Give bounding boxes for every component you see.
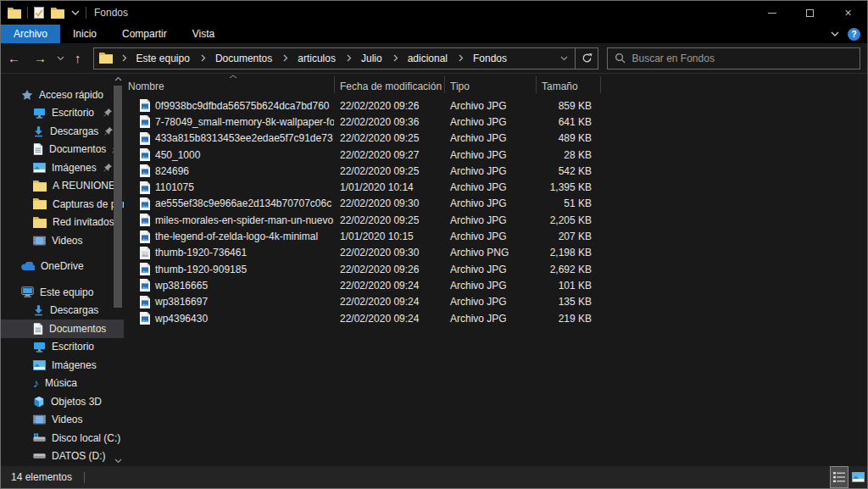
breadcrumb-chevron-icon[interactable] <box>121 54 128 62</box>
tab-archivo[interactable]: Archivo <box>1 25 60 43</box>
file-row[interactable]: the-legend-of-zelda-logo-4k-minimal1/01/… <box>124 228 867 244</box>
sidebar-item-videos[interactable]: Videos <box>1 411 124 430</box>
thumbnails-view-button[interactable] <box>849 466 867 488</box>
sidebar-item-disco-local-c-[interactable]: Disco local (C:) <box>1 429 124 447</box>
file-row[interactable]: wp439643022/02/2020 09:24Archivo JPG219 … <box>124 310 867 326</box>
scrollbar-up-arrow[interactable] <box>113 74 123 84</box>
sidebar-item-acceso-rápido[interactable]: Acceso rápido <box>1 86 124 104</box>
ribbon-expand-chevron-icon[interactable] <box>831 31 839 36</box>
sidebar-item-onedrive[interactable]: OneDrive <box>1 258 124 276</box>
file-row[interactable]: wp381669722/02/2020 09:24Archivo JPG135 … <box>124 294 867 310</box>
sidebar-item-descargas[interactable]: Descargas <box>1 122 124 141</box>
minimize-button[interactable] <box>753 1 791 25</box>
column-header-fecha[interactable]: Fecha de modificación <box>340 74 442 96</box>
file-row[interactable]: 11010751/01/2020 10:14Archivo JPG1,395 K… <box>124 179 867 195</box>
previous-locations-button[interactable] <box>553 48 575 69</box>
sidebar-item-imágenes[interactable]: Imágenes <box>1 158 124 177</box>
sidebar-item-objetos-3d[interactable]: Objetos 3D <box>1 392 124 411</box>
breadcrumb-chevron-icon[interactable] <box>346 54 353 62</box>
file-name: 824696 <box>155 165 189 177</box>
file-row[interactable]: 433a815b8313453ee2edae5f7c91de7322/02/20… <box>124 131 867 147</box>
tab-vista[interactable]: Vista <box>180 25 227 43</box>
sidebar-item-videos[interactable]: Videos <box>1 231 124 250</box>
breadcrumb-chevron-icon[interactable] <box>200 54 207 62</box>
details-view-button[interactable] <box>830 466 849 488</box>
address-bar[interactable]: Este equipoDocumentosarticulosJulioadici… <box>93 47 598 69</box>
navigation-pane: Acceso rápidoEscritorioDescargasDocument… <box>1 74 124 466</box>
sidebar-item-descargas[interactable]: Descargas <box>1 302 124 320</box>
star-icon <box>21 89 33 101</box>
sidebar-item-a-reuniones[interactable]: A REUNIONES <box>1 177 124 196</box>
column-divider[interactable] <box>600 76 601 93</box>
file-row[interactable]: thumb-1920-90918522/02/2020 09:26Archivo… <box>124 261 867 277</box>
file-size: 28 KB <box>536 149 600 161</box>
tab-compartir[interactable]: Compartir <box>109 25 180 43</box>
column-divider[interactable] <box>334 76 335 93</box>
search-box[interactable] <box>607 47 861 69</box>
close-button[interactable]: × <box>829 1 867 25</box>
sidebar-item-label: Objetos 3D <box>51 396 102 408</box>
file-size: 219 KB <box>536 313 600 325</box>
column-headers: Nombre Fecha de modificación Tipo Tamaño <box>124 74 867 96</box>
refresh-icon <box>581 53 593 64</box>
sidebar-item-escritorio[interactable]: Escritorio <box>1 104 124 123</box>
file-row[interactable]: ae555ef38c9e966ae2d134b70707c06c22/02/20… <box>124 196 867 212</box>
folder-icon <box>33 198 47 209</box>
sidebar-item-documentos[interactable]: Documentos <box>1 141 124 159</box>
breadcrumb-item[interactable]: Este equipo <box>131 53 195 64</box>
file-row[interactable]: 0f9938bc9dfbda56575b624dca7bd76022/02/20… <box>124 97 867 114</box>
maximize-button[interactable] <box>791 1 829 25</box>
breadcrumb-chevron-icon[interactable] <box>282 54 289 62</box>
up-button[interactable]: ↑ <box>68 51 88 65</box>
tab-inicio[interactable]: Inicio <box>60 25 109 43</box>
sidebar-item-label: Acceso rápido <box>39 89 103 101</box>
sidebar-item-red-invitados[interactable]: Red invitados <box>1 214 124 232</box>
sidebar-scrollbar[interactable] <box>113 74 123 466</box>
sidebar-item-imágenes[interactable]: Imágenes <box>1 356 124 375</box>
file-row[interactable]: miles-morales-en-spider-man-un-nuevo...2… <box>124 212 867 228</box>
breadcrumb-chevron-icon[interactable] <box>458 54 465 62</box>
video-icon <box>33 236 46 246</box>
file-row[interactable]: 7-78049_small-memory-8k-wallpaper-for...… <box>124 114 867 130</box>
back-button[interactable]: ← <box>1 51 27 65</box>
help-icon[interactable]: ? <box>848 28 860 41</box>
breadcrumb-item[interactable]: articulos <box>292 53 341 64</box>
file-type: Archivo JPG <box>444 296 536 308</box>
breadcrumb-chevron-icon[interactable] <box>392 54 399 62</box>
scrollbar-thumb[interactable] <box>114 86 122 308</box>
breadcrumb-item[interactable]: Fondos <box>468 53 512 64</box>
column-header-tipo[interactable]: Tipo <box>450 74 470 96</box>
file-type: Archivo JPG <box>444 197 536 209</box>
file-row[interactable]: thumb-1920-73646122/02/2020 09:30Archivo… <box>124 245 867 261</box>
sidebar-item-datos-d-[interactable]: DATOS (D:) <box>1 447 124 466</box>
breadcrumb-item[interactable]: adicional <box>403 53 453 64</box>
column-divider[interactable] <box>536 76 537 93</box>
column-header-tamano[interactable]: Tamaño <box>542 74 578 96</box>
sidebar-item-label: OneDrive <box>41 260 84 272</box>
sidebar-item-documentos[interactable]: Documentos <box>1 320 124 338</box>
file-row[interactable]: wp381666522/02/2020 09:24Archivo JPG101 … <box>124 277 867 293</box>
sidebar-item-escritorio[interactable]: Escritorio <box>1 338 124 357</box>
column-divider[interactable] <box>444 76 445 93</box>
titlebar-separator <box>27 7 28 19</box>
sidebar-item-label: Red invitados <box>53 216 114 228</box>
scrollbar-down-arrow[interactable] <box>113 456 123 466</box>
recent-locations-chevron-icon[interactable] <box>53 56 68 61</box>
forward-button[interactable]: → <box>27 51 53 65</box>
breadcrumb-item[interactable]: Julio <box>356 53 387 64</box>
column-header-nombre[interactable]: Nombre <box>128 74 164 96</box>
refresh-button[interactable] <box>576 48 598 69</box>
file-row[interactable]: 450_100022/02/2020 09:27Archivo JPG28 KB <box>124 147 867 163</box>
qat-customize-chevron-icon[interactable] <box>71 10 80 15</box>
file-jpg-icon <box>140 312 150 325</box>
new-folder-icon[interactable] <box>51 8 64 19</box>
search-input[interactable] <box>632 53 854 64</box>
sidebar-item-capturas-de-pan[interactable]: Capturas de pan <box>1 195 124 214</box>
sidebar-item-música[interactable]: ♪Música <box>1 375 124 393</box>
sidebar-item-este-equipo[interactable]: Este equipo <box>1 283 124 302</box>
document-icon <box>33 143 43 155</box>
file-row[interactable]: 82469622/02/2020 09:25Archivo JPG542 KB <box>124 163 867 179</box>
properties-check-icon[interactable] <box>34 7 44 19</box>
breadcrumb-item[interactable]: Documentos <box>210 53 277 64</box>
file-type: Archivo JPG <box>444 181 536 193</box>
